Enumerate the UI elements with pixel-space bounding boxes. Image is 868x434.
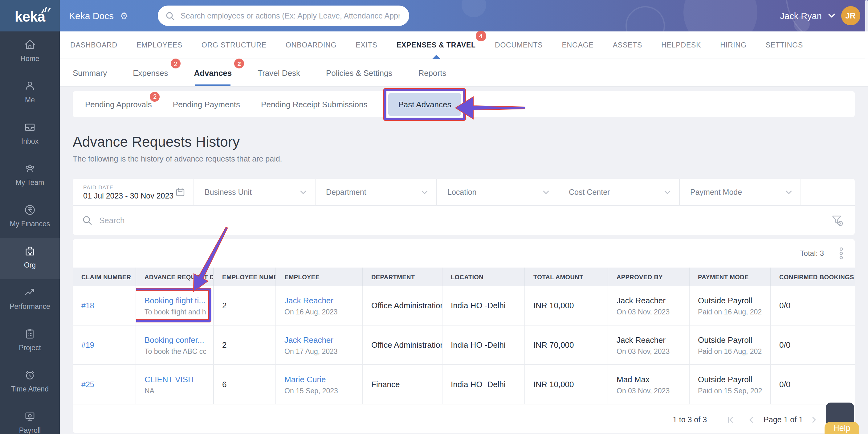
request-date: On 17 Aug, 2023 — [284, 347, 359, 355]
nav-settings[interactable]: SETTINGS — [766, 41, 803, 49]
sidebar-label: Time Attend — [11, 385, 49, 393]
settings-gear-icon[interactable]: ⚙ — [120, 11, 128, 20]
trend-icon — [23, 286, 36, 299]
table-search-input[interactable] — [98, 215, 825, 226]
advance-request-link[interactable]: Booking flight ti... — [145, 296, 209, 305]
nav-assets[interactable]: ASSETS — [613, 41, 643, 49]
expenses-sub-nav: Summary Expenses 2 Advances 2 Travel Des… — [60, 59, 868, 87]
active-nav-caret — [432, 55, 440, 59]
nav-onboarding[interactable]: ONBOARDING — [286, 41, 337, 49]
subnav-summary[interactable]: Summary — [73, 59, 107, 86]
filter-spacer — [801, 179, 855, 205]
nav-engage[interactable]: ENGAGE — [562, 41, 593, 49]
first-page-button[interactable] — [726, 416, 734, 423]
user-icon — [23, 80, 36, 92]
col-payment-mode[interactable]: PAYMENT MODE — [689, 268, 770, 286]
employee-link[interactable]: Jack Reacher — [284, 296, 359, 305]
tab-pending-approvals[interactable]: Pending Approvals 2 — [85, 99, 152, 109]
col-approved-by[interactable]: APPROVED BY — [608, 268, 689, 286]
sidebar-item-time-attend[interactable]: Time Attend — [0, 362, 60, 403]
confirmed-bookings-cell: 0/0 — [770, 286, 855, 325]
nav-documents[interactable]: DOCUMENTS — [495, 41, 542, 49]
advance-request-link[interactable]: Booking confer... — [145, 335, 209, 344]
sidebar-item-performance[interactable]: Performance — [0, 279, 60, 320]
sidebar-item-my-team[interactable]: My Team — [0, 155, 60, 197]
subnav-travel-desk[interactable]: Travel Desk — [257, 59, 300, 86]
global-search[interactable] — [158, 5, 409, 26]
subnav-expenses[interactable]: Expenses 2 — [133, 59, 168, 86]
nav-dashboard[interactable]: DASHBOARD — [70, 41, 117, 49]
page-indicator: Page 1 of 1 — [764, 415, 803, 424]
col-location[interactable]: LOCATION — [442, 268, 524, 286]
global-search-input[interactable] — [179, 11, 401, 21]
nav-employees[interactable]: EMPLOYEES — [136, 41, 182, 49]
paid-date-filter[interactable]: PAID DATE 01 Jul 2023 - 30 Nov 2023 — [73, 179, 194, 205]
sidebar-item-org[interactable]: Org — [0, 238, 60, 279]
col-total-amount[interactable]: TOTAL AMOUNT — [524, 268, 608, 286]
dropdown-label: Department — [326, 188, 366, 196]
table-toolbar: Total: 3 — [73, 239, 855, 268]
nav-hiring[interactable]: HIRING — [720, 41, 746, 49]
location-cell: India HO -Delhi — [442, 325, 524, 365]
table-search-row — [73, 206, 855, 235]
sidebar: Home Me Inbox My Team My Finances Org Pe… — [0, 31, 60, 434]
page-scrollbar[interactable] — [865, 0, 867, 80]
sidebar-item-home[interactable]: Home — [0, 31, 60, 73]
help-button[interactable]: Help — [825, 422, 859, 434]
sidebar-item-project[interactable]: Project — [0, 320, 60, 362]
employee-link[interactable]: Marie Curie — [284, 374, 359, 384]
sidebar-item-my-finances[interactable]: My Finances — [0, 197, 60, 238]
payment-date: Paid on 16 Aug, 202 — [698, 347, 766, 355]
payment-mode: Outside Payroll — [698, 335, 766, 344]
employee-number-cell: 2 — [213, 325, 276, 365]
claim-number-link[interactable]: #19 — [81, 341, 94, 349]
cost-center-filter[interactable]: Cost Center — [558, 179, 680, 205]
subnav-reports[interactable]: Reports — [418, 59, 446, 86]
nav-expenses-travel[interactable]: EXPENSES & TRAVEL 4 — [397, 41, 476, 49]
claim-number-link[interactable]: #25 — [81, 380, 94, 389]
row-range: 1 to 3 of 3 — [673, 415, 707, 424]
sidebar-item-payroll[interactable]: Payroll — [0, 403, 60, 434]
nav-exits[interactable]: EXITS — [355, 41, 377, 49]
employee-link[interactable]: Jack Reacher — [284, 335, 359, 344]
tab-pending-payments[interactable]: Pending Payments — [173, 99, 240, 109]
business-unit-filter[interactable]: Business Unit — [194, 179, 315, 205]
table-options-kebab-icon[interactable] — [839, 247, 844, 260]
approved-date: On 03 Nov, 2023 — [617, 308, 685, 315]
department-filter[interactable]: Department — [315, 179, 437, 205]
subnav-advances[interactable]: Advances 2 — [194, 59, 232, 86]
tab-pending-receipt-submissions[interactable]: Pending Receipt Submissions — [261, 99, 367, 109]
sidebar-label: Me — [25, 96, 35, 103]
confirmed-bookings-cell: 0/0 — [770, 325, 855, 365]
col-confirmed-bookings[interactable]: CONFIRMED BOOKINGS — [770, 268, 855, 286]
location-filter[interactable]: Location — [437, 179, 558, 205]
col-employee[interactable]: EMPLOYEE — [276, 268, 362, 286]
payment-mode-filter[interactable]: Payment Mode — [680, 179, 801, 205]
sidebar-label: Project — [19, 344, 41, 351]
avatar[interactable]: JR — [841, 6, 860, 25]
help-widget-tab[interactable] — [826, 403, 854, 423]
tab-past-advances[interactable]: Past Advances — [389, 93, 461, 116]
decorative-circle — [683, 0, 757, 31]
paid-date-label: PAID DATE — [83, 184, 174, 190]
col-employee-number[interactable]: EMPLOYEE NUMBER — [213, 268, 276, 286]
subnav-policies-settings[interactable]: Policies & Settings — [326, 59, 392, 86]
sidebar-item-inbox[interactable]: Inbox — [0, 114, 60, 155]
col-claim-number[interactable]: CLAIM NUMBER — [73, 268, 135, 286]
keka-logo[interactable]: keka — [0, 0, 60, 31]
nav-helpdesk[interactable]: HELPDESK — [661, 41, 701, 49]
active-tab-indicator — [195, 85, 231, 86]
col-advance-request-details[interactable]: ADVANCE REQUEST DETAILS — [135, 268, 213, 286]
request-date: On 16 Aug, 2023 — [284, 308, 359, 315]
claim-number-link[interactable]: #18 — [81, 302, 94, 310]
clear-filters-icon[interactable] — [831, 214, 844, 226]
workspace-switcher[interactable]: Keka Docs ⚙ — [69, 0, 128, 31]
nav-org-structure[interactable]: ORG STRUCTURE — [202, 41, 267, 49]
col-department[interactable]: DEPARTMENT — [362, 268, 442, 286]
next-page-button[interactable] — [810, 416, 818, 423]
prev-page-button[interactable] — [747, 416, 755, 423]
sidebar-item-me[interactable]: Me — [0, 73, 60, 114]
advance-request-link[interactable]: CLIENT VISIT — [145, 374, 209, 384]
logo-spark-icon — [41, 5, 51, 14]
user-menu[interactable]: Jack Ryan JR — [780, 0, 860, 31]
